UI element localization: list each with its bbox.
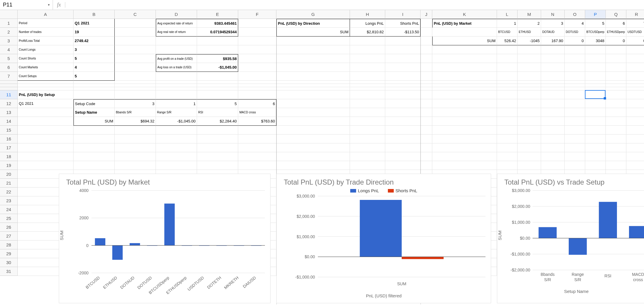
column-header-Q[interactable]: Q xyxy=(606,10,626,19)
cell-I17[interactable] xyxy=(385,143,421,152)
column-header-J[interactable]: J xyxy=(421,10,432,19)
cell-Q14[interactable] xyxy=(606,117,626,126)
row-header-20[interactable]: 20 xyxy=(0,170,18,179)
cell-K5[interactable] xyxy=(432,54,497,63)
cell-O3[interactable]: 0 xyxy=(565,37,585,45)
cell-D17[interactable] xyxy=(156,143,197,152)
cell-B16[interactable] xyxy=(74,135,115,143)
cell-D7[interactable] xyxy=(156,72,197,81)
cell-A8[interactable] xyxy=(18,81,74,84)
cell-G8[interactable] xyxy=(276,81,350,84)
cell-R1[interactable]: 7 xyxy=(626,19,644,28)
cell-C8[interactable] xyxy=(115,81,156,84)
cell-C11[interactable] xyxy=(115,90,156,99)
cell-D9[interactable] xyxy=(156,84,197,87)
column-header-H[interactable]: H xyxy=(350,10,385,19)
cell-K13[interactable] xyxy=(432,108,497,117)
cell-N18[interactable] xyxy=(541,152,565,161)
cell-C19[interactable] xyxy=(115,161,156,170)
cell-R18[interactable] xyxy=(626,152,644,161)
cell-Q15[interactable] xyxy=(606,126,626,135)
cell-K7[interactable] xyxy=(432,72,497,81)
cell-Q13[interactable] xyxy=(606,108,626,117)
cell-D16[interactable] xyxy=(156,135,197,143)
cell-R3[interactable]: 0 xyxy=(626,37,644,45)
cell-J14[interactable] xyxy=(421,117,432,126)
cell-K3[interactable]: SUM xyxy=(432,37,497,45)
cell-E1[interactable]: 9383.445461 xyxy=(197,19,238,28)
cell-R6[interactable] xyxy=(626,63,644,72)
cell-F16[interactable] xyxy=(238,135,276,143)
cell-R12[interactable] xyxy=(626,99,644,108)
cell-O12[interactable] xyxy=(565,99,585,108)
cell-D11[interactable] xyxy=(156,90,197,99)
row-header-5[interactable]: 5 xyxy=(0,54,18,63)
cell-R19[interactable] xyxy=(626,161,644,170)
cell-F9[interactable] xyxy=(238,84,276,87)
column-header-I[interactable]: I xyxy=(385,10,421,19)
cell-R9[interactable] xyxy=(626,84,644,87)
cell-L18[interactable] xyxy=(497,152,518,161)
cell-E12[interactable]: 5 xyxy=(197,99,238,108)
cell-P16[interactable] xyxy=(585,135,606,143)
cell-N4[interactable] xyxy=(541,45,565,54)
cell-I9[interactable] xyxy=(385,84,421,87)
cell-E13[interactable]: RSI xyxy=(197,108,238,117)
cell-F17[interactable] xyxy=(238,143,276,152)
cell-C6[interactable] xyxy=(115,63,156,72)
formula-input[interactable] xyxy=(65,0,644,10)
cell-J18[interactable] xyxy=(421,152,432,161)
cell-I14[interactable] xyxy=(385,117,421,126)
cell-R10[interactable] xyxy=(626,87,644,90)
cell-H3[interactable] xyxy=(350,37,385,45)
cell-B2[interactable]: 19 xyxy=(74,28,115,37)
cell-N5[interactable] xyxy=(541,54,565,63)
cell-G1[interactable]: PnL (USD) by Direction xyxy=(276,19,350,28)
cell-G5[interactable] xyxy=(276,54,350,63)
cell-O17[interactable] xyxy=(565,143,585,152)
row-header-28[interactable]: 28 xyxy=(0,241,18,249)
cell-M6[interactable] xyxy=(518,63,541,72)
cell-L19[interactable] xyxy=(497,161,518,170)
cell-A18[interactable] xyxy=(18,152,74,161)
chart-setup[interactable]: Total PnL (USD) vs Trade Setup -$2,000.0… xyxy=(497,174,644,303)
cell-O10[interactable] xyxy=(565,87,585,90)
cell-O6[interactable] xyxy=(565,63,585,72)
cell-I16[interactable] xyxy=(385,135,421,143)
column-header-P[interactable]: P xyxy=(585,10,606,19)
cell-A14[interactable] xyxy=(18,117,74,126)
column-header-F[interactable]: F xyxy=(238,10,276,19)
cell-I1[interactable]: Shorts PnL xyxy=(385,19,421,28)
cell-N14[interactable] xyxy=(541,117,565,126)
cell-J3[interactable] xyxy=(421,37,432,45)
column-header-L[interactable]: L xyxy=(497,10,518,19)
row-header-8[interactable] xyxy=(0,81,18,84)
cell-P10[interactable] xyxy=(585,87,606,90)
cell-E14[interactable]: $2,284.40 xyxy=(197,117,238,126)
cell-H14[interactable] xyxy=(350,117,385,126)
cell-H12[interactable] xyxy=(350,99,385,108)
cell-P17[interactable] xyxy=(585,143,606,152)
cell-C15[interactable] xyxy=(115,126,156,135)
cell-E15[interactable] xyxy=(197,126,238,135)
cell-N1[interactable]: 3 xyxy=(541,19,565,28)
cell-D15[interactable] xyxy=(156,126,197,135)
cell-J10[interactable] xyxy=(421,87,432,90)
cell-F11[interactable] xyxy=(238,90,276,99)
cell-L13[interactable] xyxy=(497,108,518,117)
cell-F5[interactable] xyxy=(238,54,276,63)
cell-F15[interactable] xyxy=(238,126,276,135)
cell-G16[interactable] xyxy=(276,135,350,143)
cell-Q19[interactable] xyxy=(606,161,626,170)
cell-B19[interactable] xyxy=(74,161,115,170)
cell-H13[interactable] xyxy=(350,108,385,117)
cell-A11[interactable]: PnL (USD) by Setup xyxy=(18,90,74,99)
cell-O11[interactable] xyxy=(565,90,585,99)
cell-C7[interactable] xyxy=(115,72,156,81)
cell-H7[interactable] xyxy=(350,72,385,81)
cell-D1[interactable]: Avg expected rate of return xyxy=(156,19,197,28)
cell-L6[interactable] xyxy=(497,63,518,72)
cell-P12[interactable] xyxy=(585,99,606,108)
cell-G13[interactable] xyxy=(276,108,350,117)
cell-B7[interactable]: 5 xyxy=(74,72,115,81)
